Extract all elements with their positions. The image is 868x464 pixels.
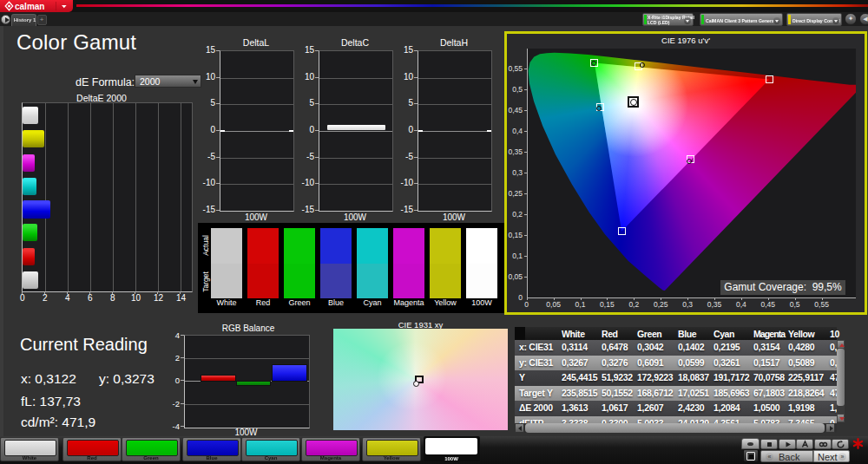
svg-text:calman: calman [15,2,44,11]
